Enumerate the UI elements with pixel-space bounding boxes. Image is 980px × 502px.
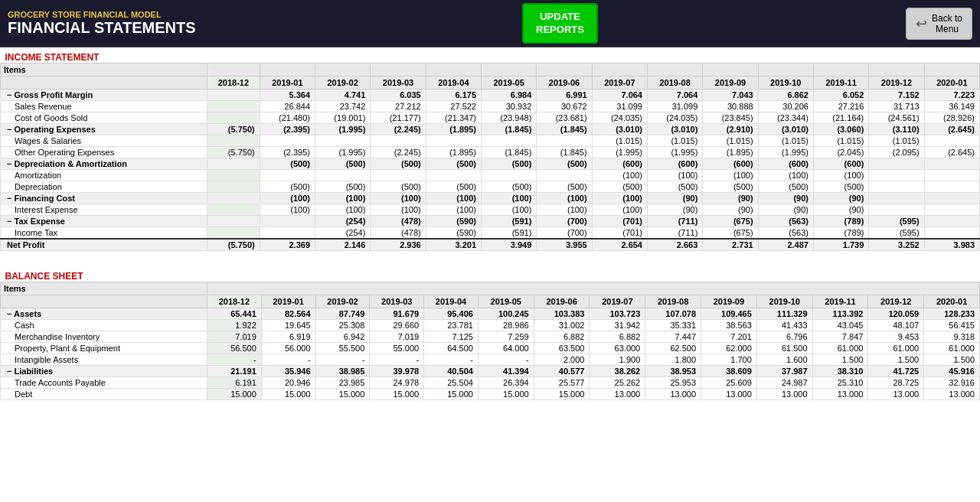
back-to-menu-button[interactable]: ↩ Back toMenu (906, 8, 972, 40)
balance-cell: 43.045 (812, 320, 868, 331)
back-arrow-icon: ↩ (916, 15, 927, 32)
income-cell: (591) (482, 227, 537, 240)
balance-cell: 55.000 (370, 343, 424, 354)
income-cell: (24.561) (869, 112, 924, 124)
income-cell: 2.663 (647, 239, 702, 251)
income-cell: (100) (592, 170, 647, 181)
income-cell: (100) (592, 204, 647, 216)
col-2019-03: 2019-03 (371, 77, 426, 90)
income-cell: (21.164) (813, 112, 868, 124)
bs-col-headers: 2018-12 2019-01 2019-02 2019-03 2019-04 … (1, 295, 980, 308)
income-cell (260, 170, 315, 181)
income-cell (924, 135, 979, 147)
income-cell: (500) (592, 181, 647, 193)
update-reports-button[interactable]: UPDATEREPORTS (522, 3, 598, 44)
bs-label-header (1, 295, 207, 308)
balance-cell: 35.946 (261, 366, 315, 377)
balance-cell: 62.500 (645, 343, 701, 354)
balance-cell: 56.500 (207, 343, 262, 354)
income-cell: (23.681) (537, 112, 592, 124)
income-table-row: Net Profit(5.750)2.3692.1462.9363.2013.9… (1, 239, 980, 251)
balance-cell: 109.465 (701, 308, 757, 320)
income-cell: (789) (813, 216, 868, 227)
income-cell: (23.948) (482, 112, 537, 124)
income-section-header-row: INCOME STATEMENT (1, 47, 980, 64)
income-cell (924, 170, 979, 181)
income-cell: 6.035 (371, 90, 426, 101)
balance-cell: 23.985 (315, 377, 370, 389)
income-cell: (3.010) (758, 124, 813, 135)
balance-table-row: Intangible Assets------2.0001.9001.8001.… (1, 354, 980, 366)
balance-cell: 7.847 (812, 331, 868, 343)
balance-cell: 13.000 (701, 389, 757, 400)
income-cell: (1.995) (315, 147, 371, 158)
income-cell: (90) (758, 193, 813, 204)
income-cell: (675) (703, 216, 758, 227)
bs-items-spacer (207, 282, 980, 295)
income-cell: (1.995) (315, 124, 371, 135)
balance-cell: 65.441 (207, 308, 262, 320)
balance-row-label: Property, Plant & Equipment (1, 343, 207, 354)
income-statement-table: INCOME STATEMENT Items (0, 47, 980, 251)
balance-cell: 82.564 (261, 308, 315, 320)
balance-cell: 103.723 (590, 308, 645, 320)
income-cell: (1.995) (647, 147, 702, 158)
income-cell: (2.245) (371, 124, 426, 135)
balance-sheet-table: BALANCE SHEET Items 2018-12 2019-01 2019… (0, 266, 980, 400)
balance-cell: 1.500 (812, 354, 868, 366)
balance-cell: 120.059 (868, 308, 924, 320)
income-row-label: Wages & Salaries (1, 135, 207, 147)
income-cell: 7.152 (869, 90, 924, 101)
balance-cell: 13.000 (590, 389, 645, 400)
balance-cell: 41.433 (756, 320, 812, 331)
balance-tbody: − Assets65.44182.56487.74991.67995.40610… (1, 308, 980, 400)
income-cell (207, 158, 260, 170)
income-cell: (700) (537, 227, 592, 240)
income-cell: 27.216 (813, 101, 868, 112)
income-cell (924, 181, 979, 193)
income-spacer (426, 64, 481, 77)
balance-cell: 9.453 (868, 331, 924, 343)
income-cell: (1.015) (758, 135, 813, 147)
balance-cell: 21.191 (207, 366, 262, 377)
income-cell: (100) (482, 193, 537, 204)
income-row-label: − Tax Expense (1, 216, 207, 227)
balance-cell: 24.978 (370, 377, 424, 389)
income-cell: (2.645) (924, 124, 979, 135)
income-cell: (600) (703, 158, 758, 170)
income-row-label: Income Tax (1, 227, 207, 240)
income-cell: 4.741 (315, 90, 371, 101)
balance-cell: 25.262 (590, 377, 645, 389)
income-cell: (1.015) (647, 135, 702, 147)
col-2019-12: 2019-12 (869, 77, 924, 90)
income-cell: 2.654 (592, 239, 647, 251)
income-cell: (1.845) (482, 147, 537, 158)
income-cell (207, 227, 260, 240)
balance-cell: 38.310 (812, 366, 868, 377)
income-table-row: − Financing Cost(100)(100)(100)(100)(100… (1, 193, 980, 204)
income-cell: 3.252 (869, 239, 924, 251)
income-cell: (500) (371, 181, 426, 193)
income-cell: 5.364 (260, 90, 315, 101)
balance-table-row: Trade Accounts Payable6.19120.94623.9852… (1, 377, 980, 389)
income-cell (260, 216, 315, 227)
income-row-label: Amortization (1, 170, 207, 181)
income-cell: (24.035) (647, 112, 702, 124)
bs-col-2020-01: 2020-01 (924, 295, 980, 308)
income-cell: (100) (703, 170, 758, 181)
balance-cell: 29.660 (370, 320, 424, 331)
balance-cell: 61.000 (924, 343, 980, 354)
income-cell: 6.984 (482, 90, 537, 101)
balance-cell: - (261, 354, 315, 366)
income-cell: (90) (647, 204, 702, 216)
balance-cell: 95.406 (424, 308, 479, 320)
income-cell (315, 170, 371, 181)
balance-cell: 7.125 (424, 331, 479, 343)
main-content: INCOME STATEMENT Items (0, 47, 980, 502)
income-cell: 7.064 (647, 90, 702, 101)
balance-cell: 23.781 (424, 320, 479, 331)
bs-col-2019-12: 2019-12 (868, 295, 924, 308)
income-cell (537, 135, 592, 147)
income-cell: (1.015) (869, 135, 924, 147)
income-table-row: Depreciation(500)(500)(500)(500)(500)(50… (1, 181, 980, 193)
